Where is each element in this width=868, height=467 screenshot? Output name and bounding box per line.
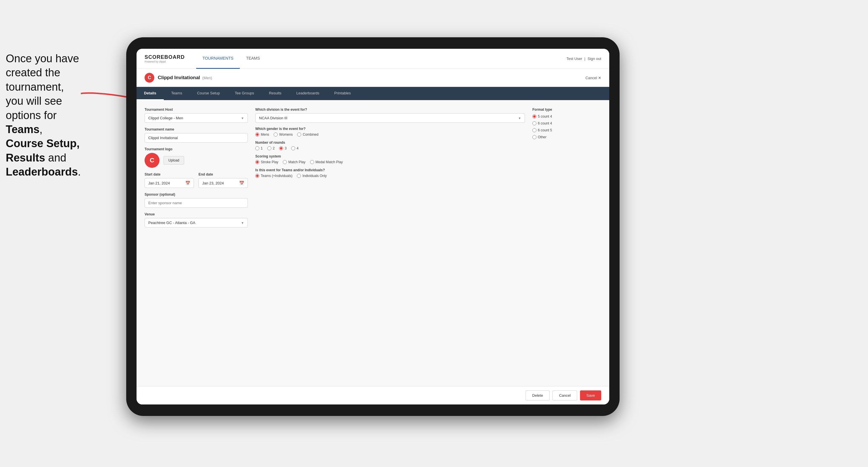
tab-tee-groups[interactable]: Tee Groups <box>227 87 261 100</box>
division-dropdown-arrow: ▼ <box>518 117 521 120</box>
tab-results[interactable]: Results <box>261 87 289 100</box>
rounds-1-radio[interactable] <box>255 146 259 150</box>
format-type-title: Format type <box>532 107 601 112</box>
tournament-name-field: Tournament name <box>145 127 248 143</box>
teams-plus-radio[interactable] <box>255 174 259 178</box>
teams-plus-individuals[interactable]: Teams (+Individuals) <box>255 174 292 178</box>
rounds-3-radio[interactable] <box>279 146 283 150</box>
tournament-host-label: Tournament Host <box>145 107 248 112</box>
format-6count5-label: 6 count 5 <box>538 128 552 132</box>
bold-teams: Teams <box>6 123 39 135</box>
scoring-stroke-radio[interactable] <box>255 160 259 164</box>
instruction-text: Once you have created the tournament, yo… <box>6 52 86 179</box>
tournament-host-field: Tournament Host Clippd College - Men ▼ <box>145 107 248 123</box>
tournament-name-label: Tournament name <box>145 127 248 131</box>
bold-course: Course Setup, <box>6 137 80 150</box>
gender-womens-label: Womens <box>279 132 292 136</box>
rounds-2[interactable]: 2 <box>267 146 275 150</box>
user-label[interactable]: Test User <box>566 57 582 61</box>
start-date-field: Start date Jan 21, 2024 📅 <box>145 173 194 188</box>
individuals-only-label: Individuals Only <box>302 174 327 178</box>
logo-circle-letter: C <box>150 157 154 164</box>
end-cal-icon: 📅 <box>239 181 244 185</box>
division-input[interactable]: NCAA Division III ▼ <box>255 113 525 123</box>
tab-teams[interactable]: Teams <box>164 87 190 100</box>
gender-radio-group: Mens Womens Combined <box>255 132 525 136</box>
format-other-radio[interactable] <box>532 135 536 139</box>
individuals-only[interactable]: Individuals Only <box>297 174 327 178</box>
venue-input[interactable]: Peachtree GC - Atlanta - GA ▼ <box>145 218 248 227</box>
scoring-stroke-label: Stroke Play <box>261 160 278 164</box>
tournament-host-value: Clippd College - Men <box>148 116 183 120</box>
format-6count5-radio[interactable] <box>532 128 536 132</box>
scoring-medal-radio[interactable] <box>310 160 314 164</box>
scoring-field: Scoring system Stroke Play Match Play <box>255 154 525 164</box>
main-content: Tournament Host Clippd College - Men ▼ T… <box>136 100 609 386</box>
start-date-value: Jan 21, 2024 <box>148 181 170 185</box>
separator: | <box>584 57 585 61</box>
start-date-label: Start date <box>145 173 194 177</box>
end-date-input[interactable]: Jan 23, 2024 📅 <box>198 178 248 188</box>
gender-mens[interactable]: Mens <box>255 132 269 136</box>
delete-button[interactable]: Delete <box>526 391 550 400</box>
tab-leaderboards[interactable]: Leaderboards <box>289 87 327 100</box>
tournament-cancel-button[interactable]: Cancel ✕ <box>585 76 601 80</box>
nav-teams[interactable]: TEAMS <box>240 49 266 69</box>
bold-leaderboards: Leaderboards <box>6 166 78 178</box>
gender-mens-label: Mens <box>261 132 269 136</box>
scoring-medal[interactable]: Medal Match Play <box>310 160 343 164</box>
tab-printables[interactable]: Printables <box>327 87 358 100</box>
format-5count4[interactable]: 5 count 4 <box>532 115 601 119</box>
tab-details[interactable]: Details <box>136 87 164 100</box>
format-other-label: Other <box>538 135 547 139</box>
rounds-1[interactable]: 1 <box>255 146 263 150</box>
format-6count4-label: 6 count 4 <box>538 121 552 125</box>
format-6count5[interactable]: 6 count 5 <box>532 128 601 132</box>
teams-field: Is this event for Teams and/or Individua… <box>255 168 525 178</box>
gender-combined[interactable]: Combined <box>297 132 318 136</box>
save-button[interactable]: Save <box>580 391 601 400</box>
rounds-3[interactable]: 3 <box>279 146 286 150</box>
rounds-2-label: 2 <box>273 146 275 150</box>
sponsor-text[interactable] <box>148 201 244 205</box>
rounds-radio-group: 1 2 3 4 <box>255 146 525 150</box>
tablet-screen: SCOREBOARD Powered by clippd TOURNAMENTS… <box>136 49 609 404</box>
rounds-label: Number of rounds <box>255 141 525 145</box>
start-date-input[interactable]: Jan 21, 2024 📅 <box>145 178 194 188</box>
gender-field: Which gender is the event for? Mens Wome… <box>255 127 525 136</box>
tournament-name-text[interactable] <box>148 136 244 140</box>
scoring-stroke[interactable]: Stroke Play <box>255 160 278 164</box>
upload-button[interactable]: Upload <box>163 156 184 165</box>
tournament-name-input[interactable] <box>145 133 248 143</box>
individuals-only-radio[interactable] <box>297 174 301 178</box>
format-6count4[interactable]: 6 count 4 <box>532 121 601 125</box>
rounds-2-radio[interactable] <box>267 146 271 150</box>
logo-upload-area: C Upload <box>145 153 248 168</box>
signout-link[interactable]: Sign out <box>587 57 601 61</box>
gender-combined-radio[interactable] <box>297 132 301 136</box>
rounds-4-label: 4 <box>297 146 299 150</box>
scoring-match[interactable]: Match Play <box>283 160 305 164</box>
nav-tournaments[interactable]: TOURNAMENTS <box>196 49 240 69</box>
format-other[interactable]: Other <box>532 135 601 139</box>
rounds-4-radio[interactable] <box>291 146 295 150</box>
format-6count4-radio[interactable] <box>532 121 536 125</box>
gender-womens[interactable]: Womens <box>274 132 292 136</box>
sponsor-input[interactable] <box>145 198 248 208</box>
tablet-shell: SCOREBOARD Powered by clippd TOURNAMENTS… <box>126 37 620 416</box>
end-date-field: End date Jan 23, 2024 📅 <box>198 173 248 188</box>
rounds-4[interactable]: 4 <box>291 146 299 150</box>
format-5count4-label: 5 count 4 <box>538 115 552 119</box>
scoring-match-radio[interactable] <box>283 160 287 164</box>
division-value: NCAA Division III <box>259 116 287 120</box>
teams-label: Is this event for Teams and/or Individua… <box>255 168 525 172</box>
teams-plus-label: Teams (+Individuals) <box>261 174 292 178</box>
gender-mens-radio[interactable] <box>255 132 259 136</box>
cancel-button[interactable]: Cancel <box>553 391 577 400</box>
scoring-match-label: Match Play <box>288 160 305 164</box>
gender-womens-radio[interactable] <box>274 132 278 136</box>
format-5count4-radio[interactable] <box>532 115 536 119</box>
tab-course-setup[interactable]: Course Setup <box>190 87 227 100</box>
bottom-bar: Delete Cancel Save <box>136 386 609 404</box>
tournament-host-input[interactable]: Clippd College - Men ▼ <box>145 113 248 123</box>
